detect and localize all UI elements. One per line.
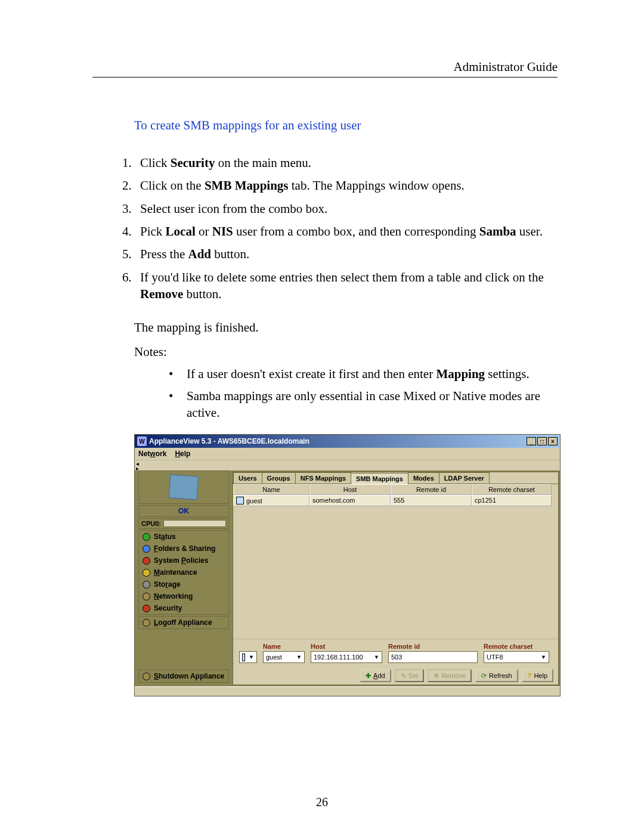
security-icon bbox=[143, 605, 150, 612]
step-num: 1. bbox=[122, 154, 140, 171]
page-number: 26 bbox=[0, 795, 644, 809]
remove-button: ✖Remove bbox=[428, 669, 472, 682]
step-text: Pick Local or NIS user from a combo box,… bbox=[140, 223, 558, 240]
cpu-gauge: CPU0: bbox=[138, 518, 229, 529]
menu-network[interactable]: Network bbox=[138, 450, 166, 458]
user-icon bbox=[236, 497, 244, 504]
sidebar-item-shutdown[interactable]: Shutdown Appliance bbox=[139, 670, 228, 682]
form-remoteid-label: Remote id bbox=[388, 643, 478, 650]
plus-icon: ✚ bbox=[366, 672, 371, 680]
status-ok-label: OK bbox=[138, 505, 229, 517]
th-host[interactable]: Host bbox=[309, 484, 391, 495]
policies-icon bbox=[143, 557, 150, 565]
tabs: Users Groups NFS Mappings SMB Mappings M… bbox=[233, 472, 558, 484]
th-remoteid[interactable]: Remote id bbox=[391, 484, 472, 495]
step-num: 5. bbox=[122, 246, 140, 262]
tab-smb-mappings[interactable]: SMB Mappings bbox=[351, 473, 408, 484]
step-num: 3. bbox=[122, 200, 140, 217]
table-body[interactable]: guest somehost.com 555 cp1251 bbox=[233, 495, 558, 639]
help-button[interactable]: ?Help bbox=[522, 669, 553, 682]
add-mapping-form: ▼ Name guest▼ Host 192.168.111.100▼ Remo… bbox=[233, 639, 558, 667]
nav-group-main: Status Folders & Sharing System Policies… bbox=[138, 530, 229, 615]
name-combo[interactable]: guest▼ bbox=[263, 651, 305, 663]
menubar: Network Help bbox=[135, 448, 560, 460]
remoteid-input[interactable]: 503 bbox=[388, 651, 478, 663]
statusbar bbox=[135, 686, 560, 696]
steps-list: 1. Click Security on the main menu. 2. C… bbox=[122, 154, 558, 302]
step-text: Click Security on the main menu. bbox=[140, 154, 558, 171]
logoff-icon bbox=[143, 619, 150, 627]
bullet-icon: • bbox=[169, 388, 187, 422]
splitter-handle[interactable]: ◂ ▸ bbox=[135, 460, 560, 470]
tab-users[interactable]: Users bbox=[233, 472, 262, 484]
cell-host: somehost.com bbox=[309, 495, 391, 506]
user-type-combo[interactable]: ▼ bbox=[239, 651, 257, 663]
nav-group-logoff: Logoff Appliance bbox=[138, 616, 229, 629]
refresh-button[interactable]: ⟳Refresh bbox=[475, 669, 518, 682]
cell-name: guest bbox=[246, 497, 262, 504]
maintenance-icon bbox=[143, 569, 150, 577]
splitter-arrow-right-icon: ▸ bbox=[136, 465, 139, 472]
maximize-button[interactable]: □ bbox=[537, 437, 547, 445]
step-num: 4. bbox=[122, 223, 140, 240]
cell-charset: cp1251 bbox=[472, 495, 552, 506]
titlebar[interactable]: W ApplianceView 5.3 - AWS65BCE0E.localdo… bbox=[135, 435, 560, 448]
help-icon: ? bbox=[528, 672, 532, 679]
form-name-label: Name bbox=[263, 643, 305, 650]
table-row[interactable]: guest somehost.com 555 cp1251 bbox=[233, 495, 558, 506]
shutdown-icon bbox=[143, 673, 150, 680]
sidebar-item-storage[interactable]: Storage bbox=[139, 578, 228, 590]
cell-remoteid: 555 bbox=[391, 495, 472, 506]
add-button[interactable]: ✚Add bbox=[360, 669, 391, 682]
folders-icon bbox=[143, 545, 150, 553]
sidebar: OK CPU0: Status Folders & Sharing System… bbox=[135, 470, 233, 686]
app-icon: W bbox=[137, 436, 147, 446]
form-charset-label: Remote charset bbox=[484, 643, 549, 650]
action-bar: ✚Add ✎Set ✖Remove ⟳Refresh ?Help bbox=[233, 667, 558, 685]
section-title: To create SMB mappings for an existing u… bbox=[134, 118, 558, 133]
sidebar-item-policies[interactable]: System Policies bbox=[139, 555, 228, 566]
form-host-label: Host bbox=[311, 643, 382, 650]
th-name[interactable]: Name bbox=[233, 484, 309, 495]
note-text: Samba mappings are only essential in cas… bbox=[187, 388, 558, 422]
pencil-icon: ✎ bbox=[401, 672, 406, 680]
step-text: Press the Add button. bbox=[140, 246, 558, 262]
tab-groups[interactable]: Groups bbox=[262, 472, 296, 484]
set-button: ✎Set bbox=[395, 669, 425, 682]
notes-label: Notes: bbox=[134, 345, 558, 360]
tab-nfs-mappings[interactable]: NFS Mappings bbox=[295, 472, 351, 484]
tab-modes[interactable]: Modes bbox=[408, 472, 439, 484]
sidebar-item-networking[interactable]: Networking bbox=[139, 590, 228, 602]
note-text: If a user doesn't exist create it first … bbox=[187, 366, 558, 382]
bullet-icon: • bbox=[169, 366, 187, 382]
step-text: Click on the SMB Mappings tab. The Mappi… bbox=[140, 177, 558, 194]
close-button[interactable]: × bbox=[548, 437, 558, 445]
step-text: Select user icon from the combo box. bbox=[140, 200, 558, 217]
window-title: ApplianceView 5.3 - AWS65BCE0E.localdoma… bbox=[149, 437, 527, 445]
step-num: 6. bbox=[122, 269, 140, 303]
paragraph-finished: The mapping is finished. bbox=[134, 320, 558, 335]
sidebar-item-maintenance[interactable]: Maintenance bbox=[139, 566, 228, 578]
app-window: W ApplianceView 5.3 - AWS65BCE0E.localdo… bbox=[134, 434, 561, 696]
notes-list: • If a user doesn't exist create it firs… bbox=[169, 366, 558, 421]
charset-combo[interactable]: UTF8▼ bbox=[484, 651, 549, 663]
header-rule bbox=[92, 77, 558, 78]
appliance-logo bbox=[138, 470, 229, 504]
storage-icon bbox=[143, 581, 150, 589]
sidebar-item-security[interactable]: Security bbox=[139, 602, 228, 614]
minimize-button[interactable]: _ bbox=[527, 437, 536, 445]
status-icon bbox=[143, 533, 150, 541]
tab-ldap-server[interactable]: LDAP Server bbox=[439, 472, 490, 484]
cpu-bar bbox=[163, 520, 226, 527]
sidebar-item-status[interactable]: Status bbox=[139, 531, 228, 543]
step-num: 2. bbox=[122, 177, 140, 194]
menu-help[interactable]: Help bbox=[175, 450, 190, 458]
host-combo[interactable]: 192.168.111.100▼ bbox=[311, 651, 382, 663]
networking-icon bbox=[143, 593, 150, 600]
sidebar-item-logoff[interactable]: Logoff Appliance bbox=[139, 617, 228, 628]
th-charset[interactable]: Remote charset bbox=[472, 484, 552, 495]
main-panel: Users Groups NFS Mappings SMB Mappings M… bbox=[233, 472, 559, 685]
table-header: Name Host Remote id Remote charset bbox=[233, 484, 558, 495]
sidebar-item-folders[interactable]: Folders & Sharing bbox=[139, 543, 228, 555]
step-text: If you'd like to delete some entries the… bbox=[140, 269, 558, 303]
